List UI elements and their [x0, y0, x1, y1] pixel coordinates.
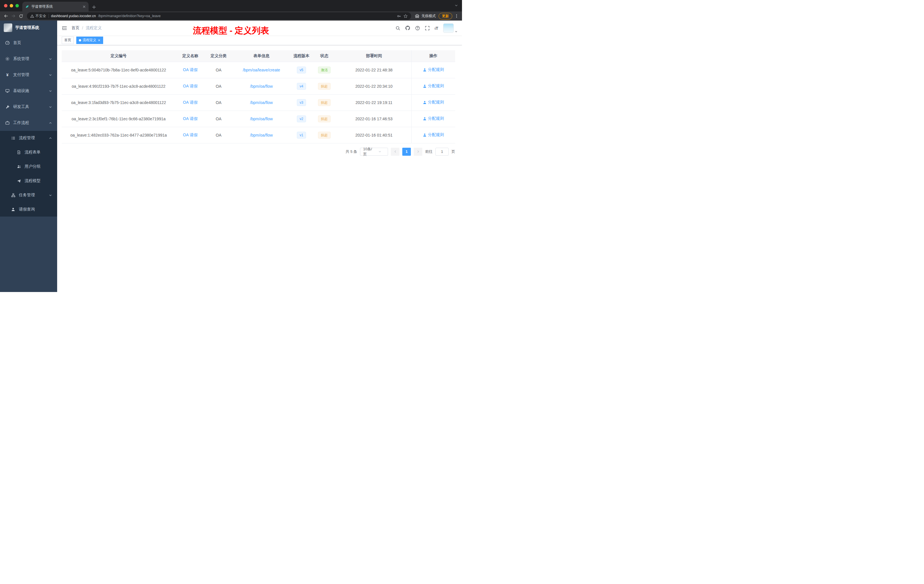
search-icon[interactable]: [396, 26, 400, 31]
cell-version: v3: [291, 94, 312, 111]
sidebar-item-workflow[interactable]: 工作流程: [0, 115, 57, 131]
tag-home[interactable]: 首页: [62, 36, 74, 44]
assign-rule-link[interactable]: 分配规则: [423, 67, 444, 72]
definition-table: 定义编号 定义名称 定义分类 表单信息 流程版本 状态 部署时间 操作 oa_l: [62, 50, 455, 144]
assign-rule-link[interactable]: 分配规则: [423, 83, 444, 89]
tag-process-definition[interactable]: 流程定义: [76, 36, 103, 44]
minimize-window-button[interactable]: [10, 4, 13, 7]
prev-page-button[interactable]: [391, 148, 399, 156]
sidebar-item-user-group[interactable]: 用户分组: [0, 159, 57, 174]
cell-deploy-time: 2022-01-22 20:34:10: [337, 78, 411, 94]
chevron-down-icon: [49, 58, 52, 61]
chevron-up-icon: [49, 121, 52, 125]
zoom-window-button[interactable]: [15, 4, 19, 7]
sidebar-item-label: 请假查询: [19, 207, 35, 212]
url-path: /bpm/manager/definition?key=oa_leave: [98, 14, 161, 18]
assign-rule-link[interactable]: 分配规则: [423, 132, 444, 137]
sidebar-item-task-management[interactable]: 任务管理: [0, 188, 57, 202]
bookmark-star-icon[interactable]: [403, 14, 408, 18]
definition-name-link[interactable]: OA 请假: [183, 116, 198, 121]
col-status: 状态: [312, 50, 337, 62]
org-tree-icon: [11, 193, 15, 198]
sidebar-item-dev-tools[interactable]: 研发工具: [0, 99, 57, 115]
cell-deploy-time: 2022-01-22 21:48:38: [337, 62, 411, 78]
password-key-icon[interactable]: [397, 14, 401, 18]
sidebar-item-payment[interactable]: ¥ 支付管理: [0, 67, 57, 83]
breadcrumb-home[interactable]: 首页: [71, 25, 79, 31]
users-icon: [16, 164, 21, 169]
address-bar[interactable]: 不安全 dashboard.yudao.iocoder.cn/bpm/manag…: [27, 12, 411, 20]
breadcrumb-separator: /: [82, 26, 83, 30]
col-definition-id: 定义编号: [62, 50, 175, 62]
sidebar-item-leave-query[interactable]: 请假查询: [0, 202, 57, 216]
definition-name-link[interactable]: OA 请假: [183, 84, 198, 88]
tab-search-icon[interactable]: [455, 4, 458, 7]
tab-close-icon[interactable]: [82, 5, 86, 8]
definition-name-link[interactable]: OA 请假: [183, 100, 198, 105]
monitor-icon: [5, 89, 10, 93]
cell-definition-name: OA 请假: [175, 111, 205, 127]
forward-icon[interactable]: [10, 12, 17, 20]
sidebar-item-home[interactable]: 首页: [0, 35, 57, 51]
cell-definition-id: oa_leave:1:482ec033-762a-11ec-8477-a2380…: [62, 127, 175, 143]
reload-icon[interactable]: [17, 12, 25, 20]
form-link[interactable]: /bpm/oa/flow: [250, 117, 272, 121]
sidebar-item-process-management[interactable]: 流程管理: [0, 131, 57, 145]
cell-actions: 分配规则: [411, 78, 455, 94]
goto-page-input[interactable]: [436, 148, 449, 156]
document-icon: [16, 150, 21, 155]
chevron-down-icon: [49, 194, 52, 197]
status-badge: 挂起: [318, 99, 330, 106]
status-badge: 挂起: [318, 115, 330, 122]
annotation-title: 流程模型 - 定义列表: [193, 25, 269, 36]
assign-rule-link[interactable]: 分配规则: [423, 100, 444, 105]
new-tab-icon[interactable]: [92, 5, 96, 9]
sidebar-logo[interactable]: 芋道管理系统: [0, 21, 57, 35]
security-chip[interactable]: 不安全: [30, 14, 46, 18]
sidebar-item-label: 首页: [13, 40, 21, 45]
user-icon: [423, 101, 427, 104]
page-size-select[interactable]: 10条/页: [360, 148, 388, 156]
fullscreen-icon[interactable]: [425, 26, 430, 31]
incognito-badge: 无痕模式: [414, 14, 436, 18]
assign-rule-link[interactable]: 分配规则: [423, 116, 444, 121]
tab-favicon: [25, 5, 29, 8]
form-link[interactable]: /bpm/oa/leave/create: [243, 68, 280, 72]
cell-category: OA: [205, 62, 232, 78]
close-window-button[interactable]: [4, 4, 7, 7]
font-size-icon[interactable]: tT: [435, 26, 438, 31]
browser-tab-strip: 芋道管理系统: [0, 0, 462, 12]
sidebar-item-process-form[interactable]: 流程表单: [0, 145, 57, 159]
user-menu[interactable]: [443, 23, 457, 33]
update-button[interactable]: 更新: [439, 13, 452, 20]
logo-title: 芋道管理系统: [15, 25, 39, 30]
github-icon[interactable]: [405, 25, 410, 31]
form-link[interactable]: /bpm/oa/flow: [250, 84, 272, 89]
sidebar-item-infrastructure[interactable]: 基础设施: [0, 83, 57, 99]
cell-definition-name: OA 请假: [175, 78, 205, 94]
user-icon: [423, 84, 427, 88]
form-link[interactable]: /bpm/oa/flow: [250, 133, 272, 137]
sidebar-item-label: 流程管理: [19, 135, 35, 140]
browser-tab[interactable]: 芋道管理系统: [22, 2, 89, 12]
person-icon: [11, 207, 15, 212]
sidebar-item-label: 研发工具: [13, 104, 29, 109]
avatar[interactable]: [443, 23, 454, 33]
active-tag-dot: [79, 39, 81, 41]
back-icon[interactable]: [2, 12, 10, 20]
next-page-button[interactable]: [414, 148, 422, 156]
sidebar-toggle-icon[interactable]: [62, 26, 67, 31]
sidebar-item-system[interactable]: 系统管理: [0, 51, 57, 67]
question-icon[interactable]: [415, 26, 420, 31]
definition-name-link[interactable]: OA 请假: [183, 133, 198, 137]
form-link[interactable]: /bpm/oa/flow: [250, 100, 272, 105]
cell-definition-id: oa_leave:3:1fad3d93-7b75-11ec-a3c8-acde4…: [62, 94, 175, 111]
browser-menu-icon[interactable]: [455, 14, 459, 18]
cell-form-info: /bpm/oa/flow: [232, 111, 291, 127]
goto-label: 前往: [425, 149, 432, 154]
cell-status: 挂起: [312, 127, 337, 143]
sidebar-item-process-model[interactable]: 流程模型: [0, 174, 57, 188]
page-1-button[interactable]: 1: [402, 148, 411, 156]
tag-close-icon[interactable]: [98, 39, 101, 42]
definition-name-link[interactable]: OA 请假: [183, 68, 198, 72]
